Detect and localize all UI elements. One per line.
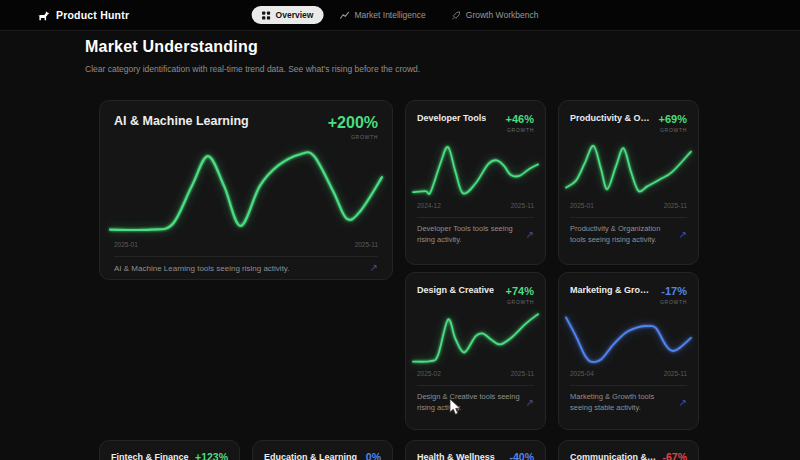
- card-header: Communication & C... -67%: [570, 452, 687, 460]
- category-card-productivity-organization[interactable]: Productivity & Orga... +69% GROWTH 2025-…: [558, 100, 699, 265]
- category-card-ai-machine-learning[interactable]: AI & Machine Learning +200% GROWTH 2025-…: [99, 100, 393, 280]
- category-card-health-wellness[interactable]: Health & Wellness -40%: [405, 440, 546, 460]
- open-arrow-icon[interactable]: ↗: [370, 263, 378, 273]
- card-header: Health & Wellness -40%: [417, 452, 534, 460]
- trend-sparkline: [413, 312, 538, 366]
- growth-value: +74%: [506, 285, 534, 297]
- divider: [570, 385, 687, 386]
- page-subtitle: Clear category identification with real-…: [85, 64, 420, 74]
- category-card-fintech-finance[interactable]: Fintech & Finance +123%: [99, 440, 240, 460]
- growth-value: -40%: [509, 452, 534, 460]
- page-title: Market Understanding: [85, 38, 258, 56]
- card-title: Health & Wellness: [417, 452, 495, 460]
- x-axis: 2025-02 2025-11: [417, 370, 534, 377]
- trend-sparkline: [566, 140, 691, 198]
- x-axis: 2024-12 2025-11: [417, 202, 534, 209]
- growth-value: 0%: [366, 452, 381, 460]
- axis-end: 2025-11: [511, 370, 534, 377]
- tab-label: Overview: [276, 10, 314, 20]
- open-arrow-icon[interactable]: ↗: [526, 398, 534, 408]
- card-footer: Developer Tools tools seeing rising acti…: [417, 224, 534, 246]
- card-header: Productivity & Orga... +69% GROWTH: [570, 113, 687, 133]
- divider: [417, 217, 534, 218]
- axis-end: 2025-11: [355, 241, 378, 248]
- growth-stat: +69% GROWTH: [659, 113, 687, 133]
- growth-stat: +74% GROWTH: [506, 285, 534, 305]
- main-nav: Overview Market Intelligence Growth Work…: [252, 0, 549, 30]
- tab-market-intelligence[interactable]: Market Intelligence: [329, 6, 435, 24]
- tab-growth-workbench[interactable]: Growth Workbench: [442, 6, 549, 24]
- card-header: AI & Machine Learning +200% GROWTH: [114, 114, 378, 140]
- axis-end: 2025-11: [664, 370, 687, 377]
- category-card-marketing-growth[interactable]: Marketing & Growth -17% GROWTH 2025-04 2…: [558, 272, 699, 430]
- card-header: Education & Learning 0%: [264, 452, 381, 460]
- growth-value: -17%: [660, 285, 687, 297]
- card-title: Communication & C...: [570, 452, 656, 460]
- card-title: Productivity & Orga...: [570, 113, 653, 123]
- open-arrow-icon[interactable]: ↗: [526, 230, 534, 240]
- tab-overview[interactable]: Overview: [252, 6, 324, 24]
- card-title: Marketing & Growth: [570, 285, 654, 295]
- card-footer: AI & Machine Learning tools seeing risin…: [114, 263, 378, 275]
- category-card-education-learning[interactable]: Education & Learning 0%: [252, 440, 393, 460]
- axis-start: 2024-12: [417, 202, 441, 209]
- card-header: Design & Creative +74% GROWTH: [417, 285, 534, 305]
- divider: [114, 256, 378, 257]
- card-description: Marketing & Growth tools seeing stable a…: [570, 392, 673, 414]
- card-footer: Design & Creative tools seeing rising ac…: [417, 392, 534, 414]
- growth-label: GROWTH: [660, 299, 687, 305]
- grid-icon: [262, 11, 271, 20]
- card-description: AI & Machine Learning tools seeing risin…: [114, 263, 364, 275]
- x-axis: 2025-01 2025-11: [114, 241, 378, 248]
- growth-label: GROWTH: [506, 299, 534, 305]
- axis-start: 2025-01: [114, 241, 138, 248]
- axis-start: 2025-04: [570, 370, 594, 377]
- growth-label: GROWTH: [659, 127, 687, 133]
- card-description: Productivity & Organization tools seeing…: [570, 224, 673, 246]
- brand-name: Product Huntr: [56, 9, 129, 21]
- trend-sparkline: [110, 145, 382, 237]
- open-arrow-icon[interactable]: ↗: [679, 230, 687, 240]
- category-card-communication[interactable]: Communication & C... -67%: [558, 440, 699, 460]
- rocket-icon: [452, 11, 461, 20]
- card-footer: Marketing & Growth tools seeing stable a…: [570, 392, 687, 414]
- axis-end: 2025-11: [511, 202, 534, 209]
- app-root: Product Huntr Overview Market Intelligen…: [0, 0, 800, 460]
- card-title: AI & Machine Learning: [114, 114, 249, 128]
- trend-line-icon: [339, 11, 349, 20]
- growth-value: +200%: [328, 114, 378, 132]
- axis-end: 2025-11: [664, 202, 687, 209]
- x-axis: 2025-01 2025-11: [570, 202, 687, 209]
- growth-value: +46%: [506, 113, 534, 125]
- tab-label: Growth Workbench: [466, 10, 539, 20]
- growth-stat: +123%: [195, 452, 228, 460]
- card-title: Developer Tools: [417, 113, 486, 123]
- open-arrow-icon[interactable]: ↗: [679, 398, 687, 408]
- card-description: Design & Creative tools seeing rising ac…: [417, 392, 520, 414]
- divider: [417, 385, 534, 386]
- tab-label: Market Intelligence: [354, 10, 425, 20]
- card-header: Fintech & Finance +123%: [111, 452, 228, 460]
- card-header: Marketing & Growth -17% GROWTH: [570, 285, 687, 305]
- growth-label: GROWTH: [506, 127, 534, 133]
- growth-stat: -67%: [662, 452, 687, 460]
- trend-sparkline: [566, 312, 691, 366]
- category-card-developer-tools[interactable]: Developer Tools +46% GROWTH 2024-12 2025…: [405, 100, 546, 265]
- growth-value: +123%: [195, 452, 228, 460]
- category-card-design-creative[interactable]: Design & Creative +74% GROWTH 2025-02 20…: [405, 272, 546, 430]
- growth-stat: 0%: [366, 452, 381, 460]
- divider: [570, 217, 687, 218]
- growth-stat: -17% GROWTH: [660, 285, 687, 305]
- growth-value: -67%: [662, 452, 687, 460]
- brand[interactable]: Product Huntr: [37, 0, 129, 30]
- card-header: Developer Tools +46% GROWTH: [417, 113, 534, 133]
- trend-sparkline: [413, 140, 538, 198]
- x-axis: 2025-04 2025-11: [570, 370, 687, 377]
- growth-stat: +46% GROWTH: [506, 113, 534, 133]
- axis-start: 2025-01: [570, 202, 594, 209]
- growth-label: GROWTH: [328, 134, 378, 140]
- growth-value: +69%: [659, 113, 687, 125]
- card-title: Fintech & Finance: [111, 452, 189, 460]
- card-title: Design & Creative: [417, 285, 494, 295]
- top-bar: Product Huntr Overview Market Intelligen…: [0, 0, 800, 31]
